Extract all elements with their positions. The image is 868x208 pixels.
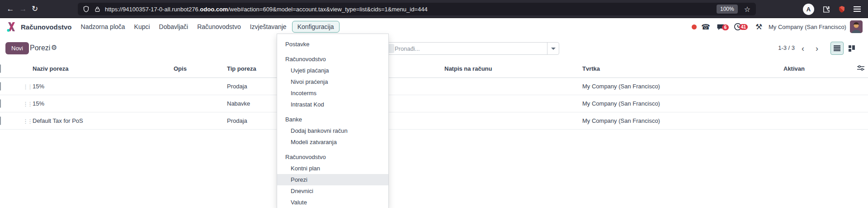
address-bar[interactable]: https://94100357-17-0-all.runbot276.odoo… (78, 3, 756, 15)
menu-kupci[interactable]: Kupci (131, 21, 154, 33)
menu-item-dnevnici[interactable]: Dnevnici (277, 185, 388, 197)
menu-section-banke: Banke (277, 114, 388, 125)
url-text: https://94100357-17-0-all.runbot276.odoo… (105, 6, 428, 13)
tax-company: My Company (San Francisco) (579, 117, 769, 124)
menu-item-valute[interactable]: Valute (277, 197, 388, 208)
pager-previous-button[interactable]: ‹ (797, 42, 809, 54)
tax-name: 15% (33, 83, 44, 90)
menu-item-uvjeti-placanja[interactable]: Uvjeti plaćanja (277, 65, 388, 76)
table-header-row: Naziv poreza Opis Tip poreza Natpis na r… (0, 60, 868, 78)
user-company-menu[interactable]: My Company (San Francisco) (769, 18, 846, 35)
row-checkbox[interactable] (0, 117, 20, 125)
tax-company: My Company (San Francisco) (579, 83, 769, 90)
menu-item-dodaj-bankovni-racun[interactable]: Dodaj bankovni račun (277, 125, 388, 136)
row-checkbox[interactable] (0, 100, 20, 108)
menu-item-intrastat-kod[interactable]: Intrastat Kod (277, 99, 388, 110)
browser-reload-button[interactable]: ↻ (29, 3, 41, 15)
kanban-view-button[interactable] (845, 42, 858, 55)
search-dropdown-caret-icon[interactable] (547, 43, 559, 54)
tax-name: Default Tax for PoS (33, 117, 83, 124)
debug-tools-icon[interactable]: ⚒ (755, 18, 762, 35)
select-all-checkbox[interactable] (0, 65, 20, 73)
row-checkbox[interactable] (0, 82, 20, 91)
menu-konfiguracija[interactable]: Konfiguracija (292, 21, 340, 33)
activities-badge: 41 (739, 24, 748, 30)
column-header-aktivan[interactable]: Aktivan (769, 65, 868, 72)
column-header-natpis[interactable]: Natpis na računu (441, 65, 579, 72)
voip-phone-icon[interactable]: ☎ (701, 18, 710, 35)
menu-nadzorna-ploca[interactable]: Nadzorna ploča (77, 21, 129, 33)
menu-izvjestavanje[interactable]: Izvještavanje (246, 21, 290, 33)
menu-item-incoterms[interactable]: Incoterms (277, 87, 388, 99)
list-view-button[interactable] (830, 42, 844, 55)
new-record-button[interactable]: Novi (5, 42, 29, 54)
menu-section-racunovodstvo: Računovodstvo (277, 53, 388, 65)
search-input[interactable] (395, 43, 544, 54)
list-view-icon (834, 45, 840, 51)
column-header-naziv-poreza[interactable]: Naziv poreza (20, 65, 170, 72)
menu-item-postavke[interactable]: Postavke (277, 39, 388, 50)
presence-dot-icon (692, 18, 697, 35)
control-panel: Novi Porezi ⚙ 1-3 / 3 ‹ › (0, 35, 868, 60)
tax-list-table: Naziv poreza Opis Tip poreza Natpis na r… (0, 60, 868, 130)
browser-forward-button[interactable]: → (17, 3, 29, 15)
table-row[interactable]: ⋮⋮15% Nabavke My Company (San Francisco) (0, 95, 868, 112)
extensions-puzzle-icon[interactable] (822, 5, 830, 13)
lock-icon[interactable] (94, 6, 100, 13)
tax-company: My Company (San Francisco) (579, 100, 769, 107)
bookmark-star-icon[interactable]: ☆ (744, 5, 750, 14)
top-menu: Nadzorna ploča Kupci Dobavljači Računovo… (76, 21, 340, 33)
menu-section-racunovodstvo-2: Računovodstvo (277, 151, 388, 163)
messages-badge: 6 (722, 24, 729, 30)
pager-range: 1-3 / 3 (769, 44, 795, 51)
adblock-shield-icon[interactable] (838, 5, 845, 13)
tax-name: 15% (33, 100, 44, 107)
drag-handle-icon[interactable]: ⋮⋮ (23, 100, 32, 107)
browser-toolbar: ← → ↻ https://94100357-17-0-all.runbot27… (0, 0, 868, 18)
pager-next-button[interactable]: › (811, 42, 823, 54)
browser-back-button[interactable]: ← (5, 3, 16, 15)
table-row[interactable]: ⋮⋮15% Prodaja My Company (San Francisco) (0, 78, 868, 95)
browser-menu-icon[interactable] (854, 6, 861, 12)
menu-item-nivoi-pracenja[interactable]: Nivoi praćenja (277, 76, 388, 87)
app-name[interactable]: Računovodstvo (21, 23, 72, 31)
column-header-opis[interactable]: Opis (170, 65, 223, 72)
accounting-app-icon[interactable] (5, 21, 17, 33)
konfiguracija-dropdown-menu: Postavke Računovodstvo Uvjeti plaćanja N… (277, 34, 389, 208)
user-avatar[interactable] (850, 18, 863, 35)
menu-item-kontni-plan[interactable]: Kontni plan (277, 163, 388, 174)
drag-handle-icon[interactable]: ⋮⋮ (23, 117, 32, 124)
table-row[interactable]: ⋮⋮Default Tax for PoS Prodaja My Company… (0, 112, 868, 130)
messages-icon[interactable]: 6 (717, 18, 725, 35)
activities-clock-icon[interactable]: 41 (734, 18, 742, 35)
view-settings-gear-icon[interactable]: ⚙ (51, 44, 57, 52)
menu-item-porezi[interactable]: Porezi (277, 174, 388, 185)
column-header-tvrtka[interactable]: Tvrtka (579, 65, 769, 72)
optional-columns-icon[interactable] (857, 65, 864, 73)
page-title: Porezi (30, 44, 50, 52)
tracking-protection-shield-icon[interactable] (83, 5, 90, 13)
drag-handle-icon[interactable]: ⋮⋮ (23, 83, 32, 90)
menu-item-modeli-zatvaranja[interactable]: Modeli zatvaranja (277, 136, 388, 148)
odoo-navbar: Računovodstvo Nadzorna ploča Kupci Dobav… (0, 18, 868, 35)
zoom-level-indicator[interactable]: 100% (717, 5, 738, 14)
menu-racunovodstvo[interactable]: Računovodstvo (193, 21, 245, 33)
menu-dobavljaci[interactable]: Dobavljači (156, 21, 192, 33)
screen: ← → ↻ https://94100357-17-0-all.runbot27… (0, 0, 868, 208)
browser-profile-icon[interactable]: A (803, 4, 814, 15)
kanban-view-icon (849, 45, 855, 52)
